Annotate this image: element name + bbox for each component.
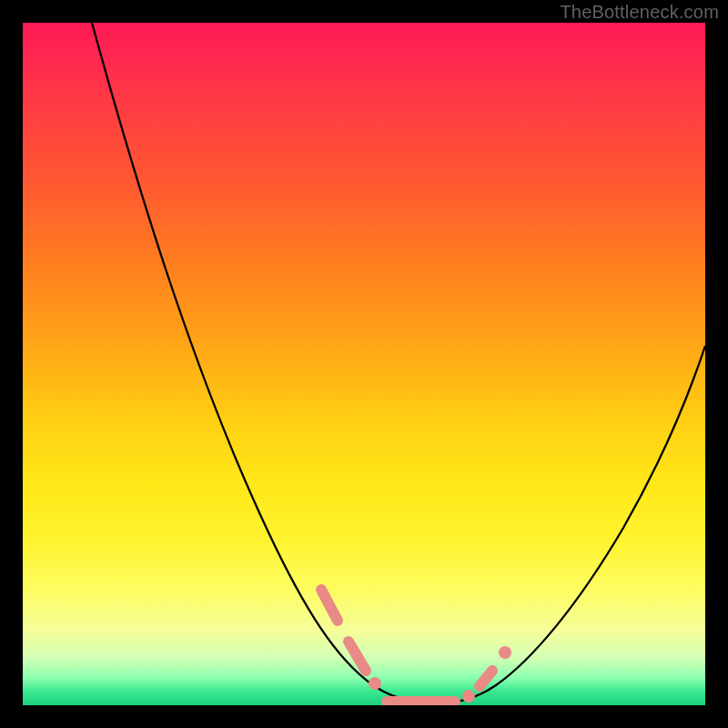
bottleneck-curve-svg [23,23,705,705]
watermark-text: TheBottleneck.com [560,2,719,23]
curve-left-branch [92,23,437,703]
plot-area [23,23,705,705]
marker-capsule-3 [480,671,492,686]
marker-dot-2 [462,690,475,703]
marker-capsule-1 [321,590,338,621]
chart-frame: TheBottleneck.com [0,0,728,728]
marker-dot-1 [369,677,381,690]
marker-dot-3 [499,646,511,659]
curve-right-branch [437,346,705,703]
